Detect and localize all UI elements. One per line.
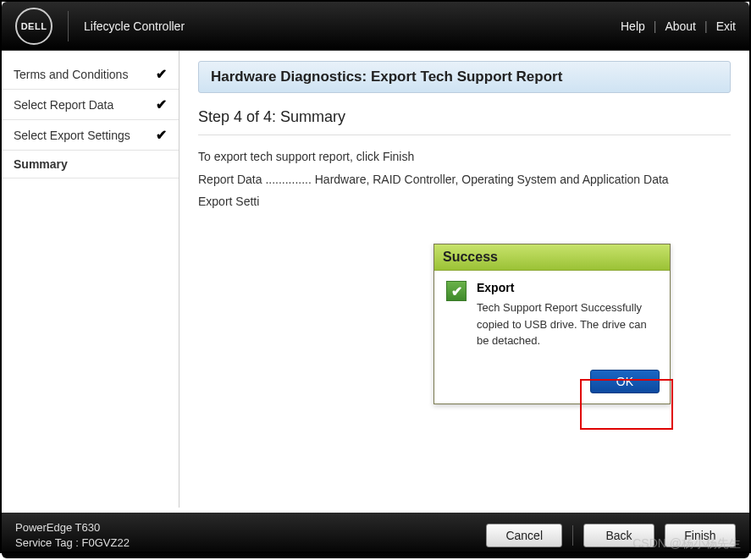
check-icon: ✔	[156, 96, 167, 113]
sidebar-item-terms[interactable]: Terms and Conditions ✔	[2, 59, 179, 90]
sidebar-item-export-settings[interactable]: Select Export Settings ✔	[2, 120, 179, 151]
summary-text: To export tech support report, click Fin…	[198, 145, 731, 213]
sidebar-item-label: Select Report Data	[14, 98, 113, 112]
service-tag-label: Service Tag :	[15, 536, 79, 549]
separator: |	[654, 19, 657, 33]
footer-buttons: Cancel Back Finish	[486, 524, 736, 547]
about-link[interactable]: About	[665, 19, 696, 33]
sidebar-item-label: Select Export Settings	[14, 129, 130, 142]
app-title: Lifecycle Controller	[84, 19, 185, 33]
back-button[interactable]: Back	[583, 524, 654, 547]
exit-link[interactable]: Exit	[716, 19, 736, 33]
export-settings-row: Export Setti	[198, 190, 731, 213]
instruction-text: To export tech support report, click Fin…	[198, 145, 731, 168]
dialog-subtitle: Export	[477, 281, 658, 294]
service-tag-row: Service Tag : F0GVZ22	[15, 535, 130, 551]
report-data-value: Hardware, RAID Controller, Operating Sys…	[315, 173, 669, 186]
dialog-body: ✔ Export Tech Support Report Successfull…	[434, 271, 670, 363]
wizard-sidebar: Terms and Conditions ✔ Select Report Dat…	[2, 51, 179, 508]
report-data-row: Report Data .............. Hardware, RAI…	[198, 168, 731, 191]
page-title: Hardware Diagnostics: Export Tech Suppor…	[198, 61, 731, 93]
sidebar-item-label: Terms and Conditions	[14, 68, 128, 81]
cancel-button[interactable]: Cancel	[486, 524, 562, 547]
finish-button[interactable]: Finish	[665, 524, 736, 547]
report-data-label: Report Data	[198, 173, 262, 186]
ok-button[interactable]: OK	[590, 370, 660, 393]
divider	[198, 135, 731, 135]
topbar-links: Help | About | Exit	[621, 19, 736, 33]
footer: PowerEdge T630 Service Tag : F0GVZ22 Can…	[2, 513, 749, 558]
export-settings-label: Export Setti	[198, 195, 259, 208]
body: Terms and Conditions ✔ Select Report Dat…	[2, 51, 749, 508]
dialog-text: Export Tech Support Report Successfully …	[477, 281, 658, 349]
sidebar-item-summary[interactable]: Summary	[2, 151, 179, 178]
help-link[interactable]: Help	[621, 19, 645, 33]
main-content: Hardware Diagnostics: Export Tech Suppor…	[179, 51, 749, 508]
topbar: DELL Lifecycle Controller Help | About |…	[2, 2, 749, 51]
sidebar-item-report-data[interactable]: Select Report Data ✔	[2, 90, 179, 120]
success-check-icon: ✔	[446, 281, 467, 301]
dotted-leader: ..............	[265, 173, 314, 186]
model-label: PowerEdge T630	[15, 520, 130, 535]
dialog-footer: OK	[434, 363, 670, 404]
topbar-divider	[68, 11, 69, 41]
success-dialog: Success ✔ Export Tech Support Report Suc…	[433, 244, 671, 404]
dell-logo: DELL	[15, 8, 52, 45]
sidebar-item-label: Summary	[14, 157, 68, 171]
separator: |	[704, 19, 708, 33]
step-title: Step 4 of 4: Summary	[198, 108, 731, 126]
check-icon: ✔	[156, 127, 167, 143]
separator	[572, 525, 573, 546]
check-icon: ✔	[156, 66, 167, 82]
service-tag-value: F0GVZ22	[82, 536, 130, 549]
system-info: PowerEdge T630 Service Tag : F0GVZ22	[15, 520, 130, 551]
dialog-message: Tech Support Report Successfully copied …	[477, 299, 658, 349]
dialog-title: Success	[434, 244, 670, 271]
